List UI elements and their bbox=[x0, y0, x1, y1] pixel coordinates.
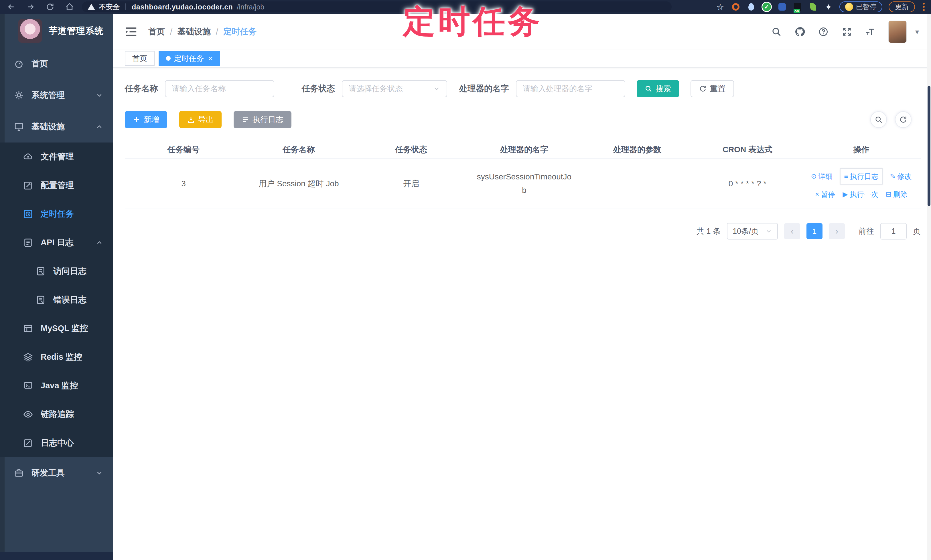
task-status-select[interactable]: 请选择任务状态 bbox=[342, 80, 447, 97]
eye-icon bbox=[23, 409, 33, 420]
briefcase-icon bbox=[14, 468, 24, 478]
sidebar-item-system[interactable]: 系统管理 bbox=[0, 80, 113, 111]
sidebar-item-infra[interactable]: 基础设施 bbox=[0, 111, 113, 143]
goto-label: 前往 bbox=[859, 226, 874, 236]
filter-name-label: 任务名称 bbox=[125, 83, 158, 94]
chevron-up-icon bbox=[96, 239, 103, 246]
github-icon[interactable] bbox=[794, 26, 805, 37]
col-handler-params: 处理器的参数 bbox=[581, 142, 693, 158]
address-bar[interactable]: 不安全 dashboard.yudao.iocoder.cn/infra/job bbox=[82, 2, 672, 12]
search-button[interactable]: 搜索 bbox=[637, 80, 679, 97]
user-caret-icon[interactable]: ▾ bbox=[915, 28, 919, 36]
sidebar-item-scheduled-jobs[interactable]: 定时任务 bbox=[0, 200, 113, 228]
extension-icon-orange[interactable] bbox=[731, 2, 740, 11]
user-avatar[interactable] bbox=[888, 21, 907, 43]
search-icon[interactable] bbox=[771, 26, 782, 37]
home-icon[interactable] bbox=[65, 2, 74, 12]
sidebar-item-home[interactable]: 首页 bbox=[0, 48, 113, 80]
tab-close-icon[interactable]: × bbox=[208, 54, 213, 63]
detail-link[interactable]: ⊙ 详细 bbox=[811, 172, 832, 181]
sidebar-item-log-center[interactable]: 日志中心 bbox=[0, 429, 113, 457]
reload-icon[interactable] bbox=[45, 2, 55, 12]
pause-link[interactable]: × 暂停 bbox=[815, 190, 835, 199]
sidebar-item-error-logs[interactable]: 错误日志 bbox=[0, 286, 113, 314]
goto-page-input[interactable] bbox=[880, 223, 907, 240]
sidebar-item-api-logs[interactable]: API 日志 bbox=[0, 228, 113, 257]
help-icon[interactable] bbox=[818, 26, 829, 37]
tabs-bar: 首页 定时任务 × bbox=[113, 50, 931, 68]
extension-icon-blue[interactable] bbox=[778, 2, 787, 11]
task-name-input[interactable] bbox=[165, 80, 274, 97]
sidebar-item-file-management[interactable]: 文件管理 bbox=[0, 143, 113, 171]
fullscreen-icon[interactable] bbox=[842, 26, 852, 37]
cell-handler-params bbox=[581, 158, 693, 209]
sidebar-item-java-monitor[interactable]: Java 监控 bbox=[0, 371, 113, 400]
exec-log-button[interactable]: 执行日志 bbox=[234, 111, 291, 128]
tab-scheduled-jobs[interactable]: 定时任务 × bbox=[159, 51, 220, 66]
extension-icon-dark[interactable]: on bbox=[793, 2, 802, 11]
reset-button[interactable]: 重置 bbox=[691, 80, 734, 97]
sidebar-item-dev-tools[interactable]: 研发工具 bbox=[0, 457, 113, 489]
browser-menu-icon[interactable] bbox=[921, 3, 926, 11]
next-page-button[interactable]: › bbox=[829, 223, 845, 239]
breadcrumb-infra[interactable]: 基础设施 bbox=[177, 26, 211, 37]
toggle-search-button[interactable] bbox=[870, 111, 887, 128]
url-path: /infra/job bbox=[237, 3, 264, 11]
bookmark-star-icon[interactable]: ☆ bbox=[716, 2, 725, 11]
cell-task-status: 开启 bbox=[355, 158, 467, 209]
chevron-down-icon bbox=[765, 228, 772, 235]
handler-name-input[interactable] bbox=[516, 80, 625, 97]
page-content: 任务名称 任务状态 请选择任务状态 处理器的名字 搜索 bbox=[113, 68, 931, 560]
sidebar-item-config-management[interactable]: 配置管理 bbox=[0, 171, 113, 200]
emoji-face-icon bbox=[845, 3, 853, 11]
col-cron: CRON 表达式 bbox=[693, 142, 802, 158]
font-size-icon[interactable] bbox=[865, 26, 876, 37]
logo[interactable]: 芋道管理系统 bbox=[0, 14, 113, 48]
chevron-down-icon bbox=[96, 469, 103, 477]
sidebar-item-mysql-monitor[interactable]: MySQL 监控 bbox=[0, 314, 113, 343]
refresh-button[interactable] bbox=[895, 111, 911, 128]
paused-badge[interactable]: 已暂停 bbox=[839, 2, 882, 12]
export-button[interactable]: 导出 bbox=[179, 111, 222, 128]
tab-home[interactable]: 首页 bbox=[125, 51, 154, 66]
prev-page-button[interactable]: ‹ bbox=[784, 223, 800, 239]
breadcrumb-home[interactable]: 首页 bbox=[148, 26, 165, 37]
chevron-down-icon bbox=[433, 85, 440, 92]
monitor-icon bbox=[14, 122, 24, 132]
edit-square-icon bbox=[23, 438, 33, 448]
collapse-sidebar-icon[interactable] bbox=[125, 26, 138, 37]
trash-icon: ⊟ bbox=[886, 190, 891, 198]
page-scrollbar-thumb[interactable] bbox=[928, 86, 930, 206]
run-once-link[interactable]: ▶ 执行一次 bbox=[843, 190, 878, 199]
extension-icon-drop[interactable] bbox=[747, 2, 756, 11]
forward-icon[interactable] bbox=[26, 2, 35, 12]
cell-task-name: 用户 Session 超时 Job bbox=[242, 158, 355, 209]
extension-icon-star[interactable]: ✦ bbox=[824, 2, 833, 11]
page-unit-label: 页 bbox=[913, 226, 921, 236]
cell-actions: ⊙ 详细 ≡ 执行日志 ✎ 修改 bbox=[802, 158, 921, 209]
update-button[interactable]: 更新 bbox=[889, 2, 915, 12]
cloud-upload-icon bbox=[23, 152, 33, 162]
extension-icon-leaf[interactable] bbox=[808, 2, 818, 11]
col-task-id: 任务编号 bbox=[125, 142, 242, 158]
filter-handler-label: 处理器的名字 bbox=[459, 83, 509, 94]
sidebar-item-tracing[interactable]: 链路追踪 bbox=[0, 400, 113, 429]
add-button[interactable]: 新增 bbox=[125, 111, 167, 128]
delete-link[interactable]: ⊟ 删除 bbox=[886, 190, 908, 199]
back-icon[interactable] bbox=[6, 2, 16, 12]
layers-icon bbox=[23, 352, 33, 362]
play-icon: ▶ bbox=[843, 190, 848, 198]
sidebar-item-redis-monitor[interactable]: Redis 监控 bbox=[0, 343, 113, 371]
sidebar-item-access-logs[interactable]: 访问日志 bbox=[0, 257, 113, 286]
page-size-select[interactable]: 10条/页 bbox=[727, 223, 778, 240]
extension-icon-green-check[interactable]: ✓ bbox=[762, 2, 771, 11]
active-tab-dot bbox=[166, 56, 171, 61]
exec-log-link[interactable]: ≡ 执行日志 bbox=[840, 168, 882, 185]
chevron-down-icon bbox=[96, 92, 103, 99]
edit-link[interactable]: ✎ 修改 bbox=[890, 172, 912, 181]
col-task-status: 任务状态 bbox=[355, 142, 467, 158]
chevron-up-icon bbox=[96, 123, 103, 131]
page-1-button[interactable]: 1 bbox=[806, 223, 823, 239]
total-count: 共 1 条 bbox=[697, 226, 721, 236]
log-doc-icon bbox=[23, 237, 33, 248]
